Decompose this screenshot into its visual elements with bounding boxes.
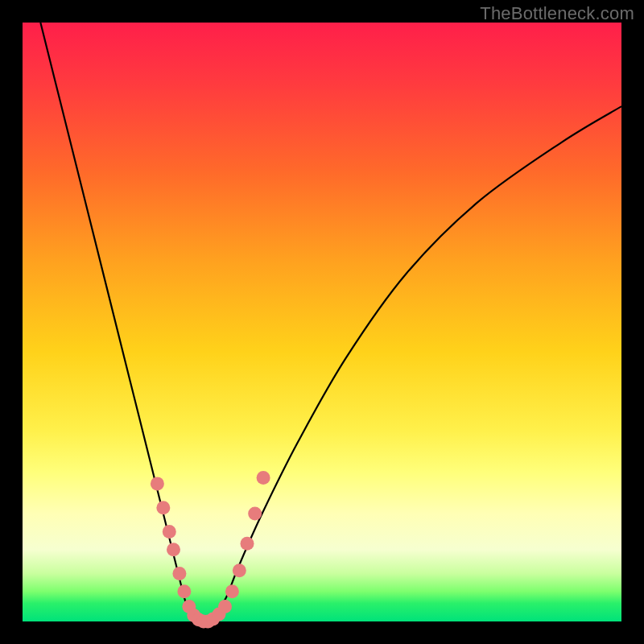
watermark-text: TheBottleneck.com	[480, 3, 634, 24]
chart-frame: TheBottleneck.com	[0, 0, 644, 644]
marker-dot	[163, 525, 176, 539]
marker-dot	[218, 600, 232, 613]
marker-dot	[257, 471, 270, 485]
marker-dot	[233, 564, 246, 577]
marker-dot	[167, 543, 180, 556]
marker-dot	[241, 537, 254, 551]
marker-dot	[248, 507, 262, 521]
marker-dot	[225, 584, 239, 598]
curve-svg	[23, 23, 621, 621]
marker-dot	[151, 477, 164, 490]
plot-area	[23, 23, 621, 621]
marker-dot	[177, 584, 191, 598]
curve-markers	[151, 471, 270, 629]
marker-dot	[156, 501, 170, 514]
marker-dot	[172, 567, 186, 580]
bottleneck-curve	[40, 23, 621, 622]
